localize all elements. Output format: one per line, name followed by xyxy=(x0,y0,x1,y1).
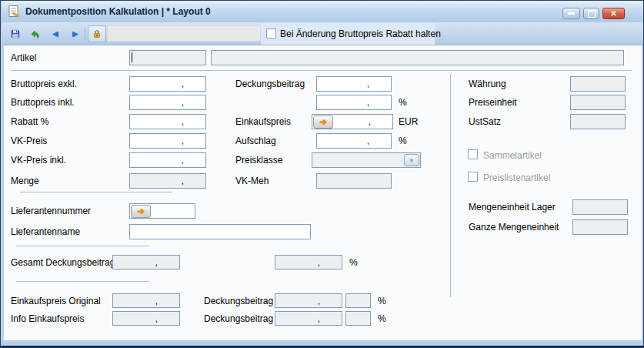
vk-preis-label: VK-Preis xyxy=(11,136,47,146)
save-button[interactable] xyxy=(6,25,25,42)
chevron-down-icon: ▼ xyxy=(409,158,415,163)
lieferantenname-field[interactable] xyxy=(129,224,311,239)
lieferant-jump-button[interactable]: ➔ xyxy=(131,205,151,218)
toolbar-input xyxy=(107,25,261,42)
einkaufspreis-currency-suffix: EUR xyxy=(399,116,418,127)
einkaufspreis-label: Einkaufspreis xyxy=(235,116,291,127)
preisklasse-dropdown-button[interactable]: ▼ xyxy=(404,154,419,166)
separator-top xyxy=(11,70,632,71)
dialog-dokumentposition-kalkulation: Dokumentposition Kalkulation | * Layout … xyxy=(0,0,644,348)
ek-original-db-label: Deckungsbeitrag xyxy=(204,296,273,306)
lock-button[interactable] xyxy=(88,25,106,42)
gesamt-deckungsbeitrag-pct-field xyxy=(275,255,342,269)
artikel-name-field[interactable] xyxy=(211,50,624,65)
deckungsbeitrag-field[interactable] xyxy=(316,76,392,92)
info-ek-percent-suffix: % xyxy=(378,313,386,324)
mengeneinheit-lager-field xyxy=(572,199,628,215)
jump-arrow-icon: ➔ xyxy=(319,117,326,127)
sammelartikel-checkbox xyxy=(468,149,478,159)
maximize-button[interactable] xyxy=(583,8,599,19)
separator-gesamt-top xyxy=(16,246,149,246)
maximize-icon xyxy=(588,10,596,18)
info-ek-db-label: Deckungsbeitrag xyxy=(204,313,273,324)
ustsatz-label: UstSatz xyxy=(469,116,501,127)
bruttopreis-rabatt-checkbox[interactable] xyxy=(266,28,276,38)
rabatt-label: Rabatt % xyxy=(11,116,48,127)
window-bottom-edge xyxy=(1,346,644,347)
einkaufspreis-jump-button[interactable]: ➔ xyxy=(313,115,333,129)
undo-arrow-icon xyxy=(31,28,40,41)
lock-icon xyxy=(93,28,101,40)
jump-arrow-icon: ➔ xyxy=(137,206,144,216)
ustsatz-field xyxy=(570,114,626,129)
einkaufspreis-original-field xyxy=(112,293,180,308)
artikel-code-field[interactable] xyxy=(129,50,206,65)
vk-preis-inkl-label: VK-Preis inkl. xyxy=(11,155,66,166)
bruttopreis-inkl-field[interactable] xyxy=(129,95,206,110)
close-icon: ✕ xyxy=(610,9,616,18)
text-caret xyxy=(132,52,132,62)
undo-button[interactable] xyxy=(26,25,45,42)
preiseinheit-field xyxy=(570,95,626,110)
vk-meh-label: VK-Meh xyxy=(235,176,269,186)
info-einkaufspreis-label: Info Einkaufspreis xyxy=(11,313,84,324)
ek-original-db-field xyxy=(275,293,342,308)
next-icon: ► xyxy=(71,29,80,38)
waehrung-label: Währung xyxy=(469,79,506,89)
minimize-icon xyxy=(568,12,575,15)
rabatt-field[interactable] xyxy=(129,114,206,129)
artikel-label: Artikel xyxy=(11,52,36,63)
lieferantenname-label: Lieferantenname xyxy=(11,226,80,237)
close-button[interactable]: ✕ xyxy=(602,8,625,19)
mengeneinheit-lager-label: Mengeneinheit Lager xyxy=(469,202,556,212)
lieferantennummer-label: Lieferantennummer xyxy=(11,206,91,216)
gesamt-db-percent-suffix: % xyxy=(349,257,358,268)
aufschlag-field[interactable] xyxy=(316,133,392,149)
vk-meh-field xyxy=(316,173,392,189)
preiseinheit-label: Preiseinheit xyxy=(469,97,517,108)
bruttopreis-exkl-label: Bruttopreis exkl. xyxy=(11,79,77,89)
window-title: Dokumentposition Kalkulation | * Layout … xyxy=(25,6,211,17)
preisklasse-label: Preisklasse xyxy=(235,155,282,166)
toolbar-checkbox-panel: Bei Änderung Bruttopreis Rabatt halten xyxy=(261,23,435,45)
minimize-button[interactable] xyxy=(562,8,580,19)
previous-icon: ◄ xyxy=(51,29,60,38)
next-button[interactable]: ► xyxy=(66,25,85,42)
save-icon xyxy=(11,28,20,40)
ganze-mengeneinheit-field xyxy=(572,219,628,235)
separator-lieferant xyxy=(20,192,172,192)
form-area: Artikel Bruttopreis exkl. Bruttopreis in… xyxy=(4,45,642,342)
preislistenartikel-label: Preislistenartikel xyxy=(483,172,550,183)
deckungsbeitrag-percent-suffix: % xyxy=(399,97,407,108)
waehrung-field xyxy=(570,76,626,92)
info-ek-db-field xyxy=(275,311,342,326)
aufschlag-percent-suffix: % xyxy=(399,136,407,146)
vk-preis-field[interactable] xyxy=(129,133,206,149)
ek-original-percent-suffix: % xyxy=(378,296,386,306)
preislistenartikel-checkbox xyxy=(468,172,478,182)
window-bottom-frame xyxy=(1,340,644,346)
sammelartikel-label: Sammelartikel xyxy=(483,150,542,161)
gesamt-deckungsbeitrag-field xyxy=(112,255,180,269)
ek-original-db-pct-field xyxy=(345,293,371,308)
info-einkaufspreis-field xyxy=(112,311,180,326)
einkaufspreis-original-label: Einkaufspreis Original xyxy=(11,296,101,306)
titlebar[interactable]: Dokumentposition Kalkulation | * Layout … xyxy=(2,1,644,22)
deckungsbeitrag-label: Deckungsbeitrag xyxy=(235,79,305,89)
ganze-mengeneinheit-label: Ganze Mengeneinheit xyxy=(469,222,559,233)
bruttopreis-exkl-field[interactable] xyxy=(129,76,206,92)
bruttopreis-rabatt-checkbox-label: Bei Änderung Bruttopreis Rabatt halten xyxy=(280,28,441,39)
app-icon xyxy=(8,5,22,18)
menge-field xyxy=(129,173,206,189)
bruttopreis-inkl-label: Bruttopreis inkl. xyxy=(11,97,75,108)
gesamt-deckungsbeitrag-label: Gesamt Deckungsbeitrag xyxy=(11,257,115,268)
column-divider xyxy=(450,74,451,297)
vk-preis-inkl-field[interactable] xyxy=(129,152,206,168)
previous-button[interactable]: ◄ xyxy=(46,25,65,42)
separator-gesamt-bottom xyxy=(16,281,149,282)
info-ek-db-pct-field xyxy=(345,311,371,326)
toolbar: ◄ ► Bei Änderung Bruttopreis Rabatt halt… xyxy=(2,22,644,45)
deckungsbeitrag-pct-field[interactable] xyxy=(316,95,392,110)
menge-label: Menge xyxy=(11,176,39,186)
toolbar-separator xyxy=(85,28,85,40)
